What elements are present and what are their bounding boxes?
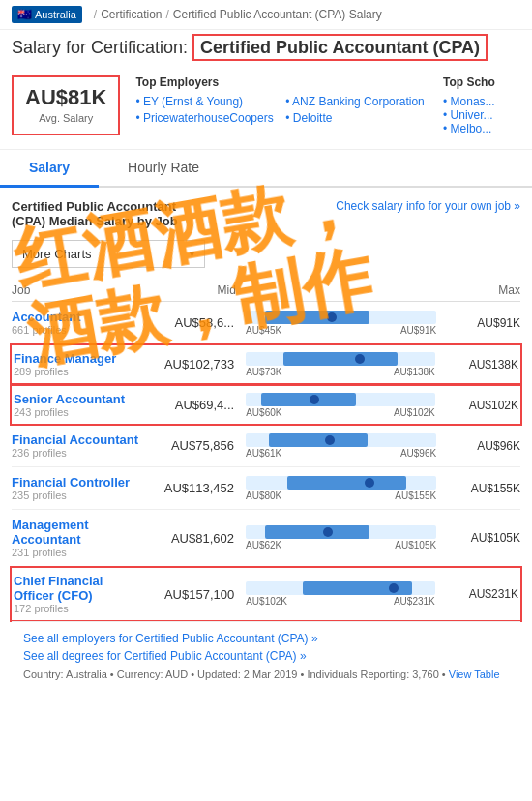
mid-salary: AU$75,856	[138, 438, 238, 453]
bar-dot	[323, 527, 333, 537]
job-profiles: 289 profiles	[14, 366, 139, 377]
school-1[interactable]: Monas...	[443, 95, 520, 108]
job-name[interactable]: Financial Accountant	[12, 432, 138, 447]
range-labels: AU$62K AU$105K	[246, 540, 436, 550]
job-name[interactable]: Accountant	[12, 310, 138, 324]
bar-fill	[283, 352, 397, 366]
employer-pwc[interactable]: PricewaterhouseCoopers	[135, 111, 278, 125]
country-badge[interactable]: Australia	[12, 6, 82, 23]
col-bar-header	[236, 283, 444, 297]
range-labels: AU$102K AU$231K	[246, 596, 435, 607]
breadcrumb-cert[interactable]: Certification	[101, 8, 162, 21]
max-salary: AU$138K	[443, 358, 518, 371]
job-name[interactable]: Senior Accountant	[14, 392, 139, 406]
range-labels: AU$60K AU$102K	[246, 407, 435, 418]
table-row: Management Accountant 231 profiles AU$81…	[12, 510, 520, 567]
salary-bar-container: AU$80K AU$155K	[238, 476, 444, 501]
mid-salary: AU$69,4...	[139, 398, 238, 412]
employers-list: EY (Ernst & Young) ANZ Banking Corporati…	[135, 95, 428, 125]
breadcrumb: Australia / Certification / Certified Pu…	[0, 0, 532, 30]
max-label: AU$105K	[395, 540, 436, 550]
max-salary: AU$96K	[444, 439, 520, 453]
job-profiles: 661 profiles	[12, 324, 138, 336]
range-labels: AU$45K AU$91K	[246, 325, 436, 336]
max-salary: AU$105K	[444, 531, 520, 545]
school-3[interactable]: Melbo...	[443, 122, 520, 135]
max-label: AU$155K	[395, 490, 436, 501]
tab-hourly[interactable]: Hourly Rate	[99, 150, 228, 188]
mid-salary: AU$58,6...	[138, 315, 238, 330]
job-name[interactable]: Finance Manager	[14, 351, 139, 366]
salary-bar-container: AU$45K AU$91K	[238, 311, 444, 336]
job-cell: Accountant 661 profiles	[12, 310, 138, 336]
job-profiles: 235 profiles	[12, 490, 138, 501]
salary-bar-container: AU$102K AU$231K	[238, 581, 443, 607]
employers-link[interactable]: See all employers for Certified Public A…	[23, 632, 509, 645]
mid-salary: AU$102,733	[139, 357, 238, 371]
salary-bar-container: AU$62K AU$105K	[238, 525, 444, 550]
bar-dot	[365, 478, 374, 488]
dropdown-wrap: More Charts ▾	[12, 240, 520, 268]
page-title-prefix: Salary for Certification:	[12, 38, 188, 57]
salary-bar	[246, 525, 436, 539]
chevron-down-icon: ▾	[190, 249, 194, 259]
degrees-link[interactable]: See all degrees for Certified Public Acc…	[23, 649, 509, 663]
page-title-bar: Salary for Certification: Certified Publ…	[0, 30, 532, 66]
bar-fill	[265, 525, 369, 539]
bar-fill	[269, 433, 369, 447]
schools-title: Top Scho	[443, 75, 520, 89]
table-row: Financial Controller 235 profiles AU$113…	[12, 467, 520, 510]
job-profiles: 231 profiles	[12, 547, 138, 558]
employer-anz[interactable]: ANZ Banking Corporation	[285, 95, 428, 108]
table-row: Finance Manager 289 profiles AU$102,733 …	[10, 343, 522, 385]
bar-dot	[310, 395, 319, 404]
breadcrumb-current: Certified Public Accountant (CPA) Salary	[173, 8, 382, 21]
footer-links: See all employers for Certified Public A…	[12, 621, 520, 690]
employer-ey[interactable]: EY (Ernst & Young)	[135, 95, 278, 108]
max-label: AU$231K	[394, 596, 435, 607]
employers-title: Top Employers	[135, 75, 428, 89]
bar-dot	[327, 312, 337, 322]
job-name[interactable]: Chief Financial Officer (CFO)	[14, 574, 139, 603]
job-name[interactable]: Management Accountant	[12, 518, 138, 547]
avg-salary-box: AU$81K Avg. Salary	[12, 75, 120, 135]
mid-salary: AU$157,100	[139, 587, 238, 602]
info-section: AU$81K Avg. Salary Top Employers EY (Ern…	[0, 66, 532, 150]
job-profiles: 172 profiles	[14, 603, 139, 614]
job-cell: Finance Manager 289 profiles	[14, 351, 139, 377]
section-title: Certified Public Accountant (CPA) Median…	[12, 199, 205, 228]
table-row: Senior Accountant 243 profiles AU$69,4..…	[10, 384, 522, 426]
sep2: /	[166, 8, 169, 21]
range-labels: AU$73K AU$138K	[246, 367, 435, 377]
more-charts-dropdown[interactable]: More Charts ▾	[12, 240, 205, 268]
min-label: AU$61K	[246, 448, 281, 459]
min-label: AU$45K	[246, 325, 281, 336]
table-row: Accountant 661 profiles AU$58,6... AU$45…	[12, 302, 520, 344]
school-2[interactable]: Univer...	[443, 108, 520, 122]
footer-meta-text: Country: Australia • Currency: AUD • Upd…	[23, 668, 446, 680]
check-salary-link[interactable]: Check salary info for your own job »	[336, 199, 520, 213]
bar-dot	[389, 583, 399, 593]
min-label: AU$80K	[246, 490, 281, 501]
cert-name-highlight: Certified Public Accountant (CPA)	[192, 34, 488, 61]
tabs: Salary Hourly Rate	[0, 150, 532, 188]
avg-salary-value: AU$81K	[25, 85, 106, 110]
view-table-link[interactable]: View Table	[449, 668, 500, 680]
max-salary: AU$91K	[444, 316, 520, 330]
mid-salary: AU$81,602	[138, 531, 238, 546]
salary-bar-container: AU$73K AU$138K	[238, 352, 443, 377]
job-cell: Financial Accountant 236 profiles	[12, 432, 138, 459]
bar-dot	[355, 354, 365, 364]
table-row: Financial Accountant 236 profiles AU$75,…	[12, 425, 520, 467]
range-labels: AU$61K AU$96K	[246, 448, 436, 459]
salary-bar	[246, 476, 436, 490]
max-label: AU$102K	[394, 407, 435, 418]
max-salary: AU$231K	[443, 587, 518, 601]
salary-bar	[246, 393, 435, 406]
col-max-header: Max	[444, 283, 520, 297]
job-name[interactable]: Financial Controller	[12, 475, 138, 490]
employer-deloitte[interactable]: Deloitte	[285, 111, 428, 125]
job-cell: Senior Accountant 243 profiles	[14, 392, 139, 418]
tab-salary[interactable]: Salary	[0, 150, 99, 188]
table-row: Chief Financial Officer (CFO) 172 profil…	[10, 566, 522, 622]
